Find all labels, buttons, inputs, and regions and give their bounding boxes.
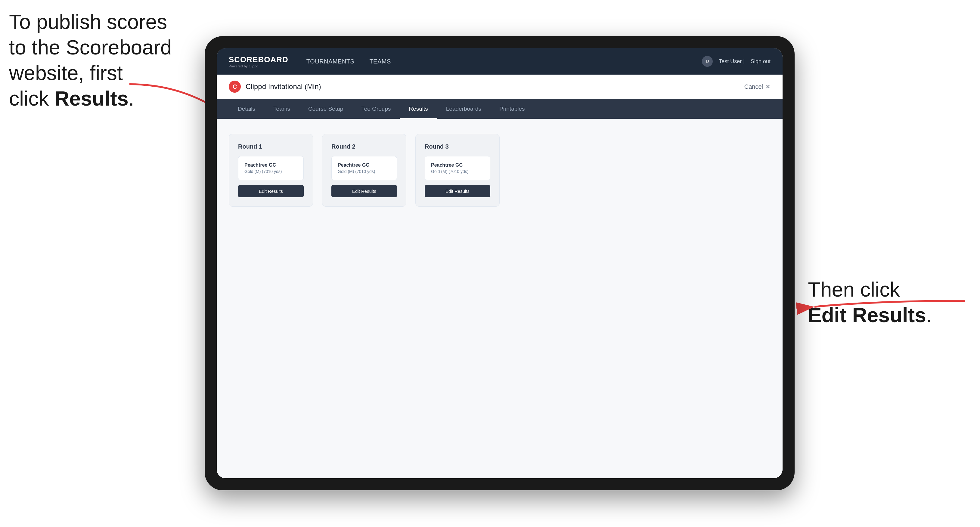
- left-instruction-text: To publish scores to the Scoreboard webs…: [9, 10, 172, 110]
- round-3-edit-results-button[interactable]: Edit Results: [425, 185, 490, 197]
- logo-text: SCOREBOARD: [229, 55, 288, 64]
- user-avatar: U: [702, 56, 713, 67]
- right-instruction-text: Then click Edit Results.: [808, 278, 932, 326]
- tournament-title-area: C Clippd Invitational (Min): [229, 81, 321, 93]
- round-3-course-card: Peachtree GC Gold (M) (7010 yds): [425, 156, 490, 180]
- tournament-header: C Clippd Invitational (Min) Cancel ✕: [217, 75, 783, 99]
- tab-printables[interactable]: Printables: [490, 99, 534, 119]
- round-3-card: Round 3 Peachtree GC Gold (M) (7010 yds)…: [415, 134, 500, 206]
- tab-leaderboards[interactable]: Leaderboards: [437, 99, 490, 119]
- tab-course-setup[interactable]: Course Setup: [299, 99, 352, 119]
- left-instruction: To publish scores to the Scoreboard webs…: [9, 9, 172, 111]
- tab-results[interactable]: Results: [400, 99, 437, 119]
- right-instruction: Then click Edit Results.: [808, 277, 932, 328]
- round-1-course-card: Peachtree GC Gold (M) (7010 yds): [238, 156, 304, 180]
- round-3-course-name: Peachtree GC: [431, 162, 484, 168]
- nav-links: TOURNAMENTS TEAMS: [306, 58, 702, 65]
- cancel-button[interactable]: Cancel ✕: [745, 83, 770, 90]
- tab-details[interactable]: Details: [229, 99, 264, 119]
- round-1-title: Round 1: [238, 143, 304, 150]
- tab-teams[interactable]: Teams: [264, 99, 299, 119]
- tablet-screen: SCOREBOARD Powered by clippd TOURNAMENTS…: [217, 48, 783, 478]
- round-1-edit-results-button[interactable]: Edit Results: [238, 185, 304, 197]
- round-3-course-details: Gold (M) (7010 yds): [431, 169, 484, 174]
- tournament-icon: C: [229, 81, 241, 93]
- tab-navigation: Details Teams Course Setup Tee Groups Re…: [217, 99, 783, 119]
- nav-tournaments[interactable]: TOURNAMENTS: [306, 58, 355, 65]
- top-nav-right: U Test User | Sign out: [702, 56, 770, 67]
- user-name: Test User |: [719, 58, 745, 65]
- top-nav: SCOREBOARD Powered by clippd TOURNAMENTS…: [217, 48, 783, 75]
- tournament-title: Clippd Invitational (Min): [246, 83, 321, 91]
- tab-tee-groups[interactable]: Tee Groups: [352, 99, 400, 119]
- round-2-card: Round 2 Peachtree GC Gold (M) (7010 yds)…: [322, 134, 406, 206]
- round-2-course-card: Peachtree GC Gold (M) (7010 yds): [331, 156, 397, 180]
- round-3-title: Round 3: [425, 143, 490, 150]
- round-2-title: Round 2: [331, 143, 397, 150]
- round-2-course-name: Peachtree GC: [338, 162, 391, 168]
- logo-subtitle: Powered by clippd: [229, 64, 258, 68]
- logo-area: SCOREBOARD Powered by clippd: [229, 55, 288, 68]
- round-1-card: Round 1 Peachtree GC Gold (M) (7010 yds)…: [229, 134, 313, 206]
- sign-out-link[interactable]: Sign out: [751, 58, 770, 65]
- rounds-grid: Round 1 Peachtree GC Gold (M) (7010 yds)…: [229, 134, 770, 206]
- round-2-course-details: Gold (M) (7010 yds): [338, 169, 391, 174]
- main-content: Round 1 Peachtree GC Gold (M) (7010 yds)…: [217, 119, 783, 478]
- tablet-frame: SCOREBOARD Powered by clippd TOURNAMENTS…: [205, 36, 795, 490]
- round-2-edit-results-button[interactable]: Edit Results: [331, 185, 397, 197]
- nav-teams[interactable]: TEAMS: [369, 58, 391, 65]
- round-1-course-name: Peachtree GC: [244, 162, 298, 168]
- round-1-course-details: Gold (M) (7010 yds): [244, 169, 298, 174]
